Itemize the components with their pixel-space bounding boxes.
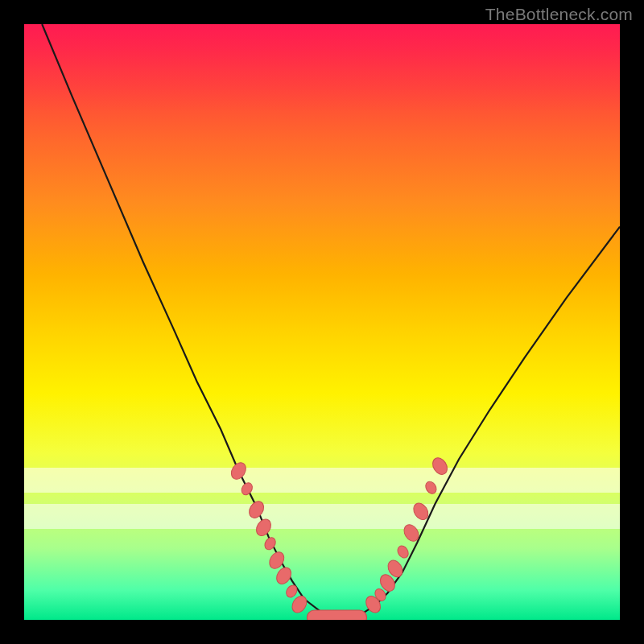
chart-stage: TheBottleneck.com <box>0 0 644 644</box>
top-wash <box>24 24 620 113</box>
plot-area <box>24 24 620 620</box>
pale-band-1 <box>24 468 620 493</box>
pale-band-2 <box>24 504 620 529</box>
watermark-text: TheBottleneck.com <box>485 5 633 24</box>
